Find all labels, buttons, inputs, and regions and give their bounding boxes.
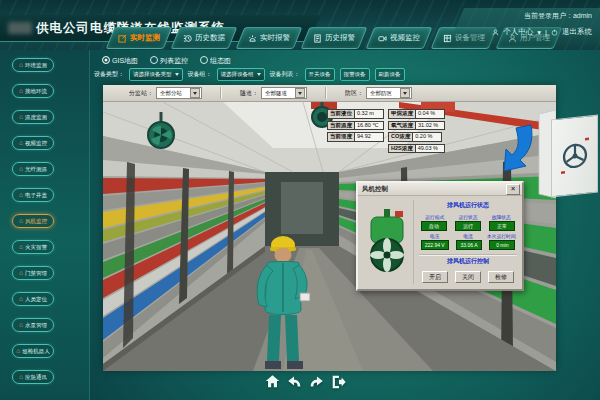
person-icon xyxy=(492,29,499,36)
tunnel-label: 隧道： xyxy=(240,89,258,98)
device-group-value: 请选择设备组 xyxy=(221,71,254,78)
radio-label: 组态图 xyxy=(210,57,231,64)
sidebar-item-fan-monitor[interactable]: ⌂风机监控 xyxy=(12,214,54,228)
sensor-label: 甲烷浓度 xyxy=(388,109,416,119)
sidebar: ⌂环境监测 ⌂接地环流 ⌂温度监测 ⌂视频监控 ⌂光纤测温 ⌂电子井盖 ⌂风机监… xyxy=(0,50,90,400)
dialog-titlebar[interactable]: 风机控制 × xyxy=(358,183,522,196)
station-value: 全部分站 xyxy=(160,90,182,97)
device-type-value: 请选择设备类型 xyxy=(133,71,172,78)
fan-alarm-badge xyxy=(395,211,403,217)
tab-realtime-monitor[interactable]: 实时监测 xyxy=(106,27,173,49)
device-type-select[interactable]: 请选择设备类型 xyxy=(129,68,183,81)
sidebar-item-personnel-location[interactable]: ⌂人员定位 xyxy=(12,292,54,306)
radio-gis-map[interactable]: GIS地图 xyxy=(102,56,138,66)
sidebar-item-manhole-cover[interactable]: ⌂电子井盖 xyxy=(12,188,54,202)
exit-button[interactable] xyxy=(330,373,347,390)
radio-scada-view[interactable]: 组态图 xyxy=(200,56,231,66)
user-center-menu[interactable]: 个人中心 xyxy=(503,27,533,37)
station-select[interactable]: 全部分站 xyxy=(156,87,202,99)
current-value: 33.06 A xyxy=(456,240,482,250)
sensor-value: 49.03 % xyxy=(416,144,445,154)
sidebar-item-label: 温度监测 xyxy=(25,114,47,121)
sidebar-item-label: 环境监测 xyxy=(25,62,47,69)
home-badge-icon: ⌂ xyxy=(19,166,23,173)
current-user-status: 当前登录用户：admin xyxy=(466,11,592,21)
tunnel-filter: 隧道： 全部隧道 xyxy=(240,87,307,99)
fan-start-button[interactable]: 开启 xyxy=(422,271,448,283)
device-filter-row: 设备类型： 请选择设备类型 设备组： 请选择设备组 设备列表： 开关设备 报警设… xyxy=(94,68,405,81)
tunnel-select[interactable]: 全部隧道 xyxy=(261,87,307,99)
button-label: 刷新设备 xyxy=(379,71,401,78)
forward-button[interactable] xyxy=(308,373,325,390)
logout-button[interactable]: 退出系统 xyxy=(562,27,592,37)
sensor-label: 当前湿度 xyxy=(327,132,355,142)
zone-label: 防区： xyxy=(345,89,363,98)
sidebar-item-emergency-comms[interactable]: ⌂应急通讯 xyxy=(12,370,54,384)
realtime-monitor-icon xyxy=(118,34,127,43)
video-monitor-icon xyxy=(378,34,387,43)
fan-maintenance-button[interactable]: 检修 xyxy=(488,271,514,283)
power-icon xyxy=(551,29,558,36)
back-button[interactable] xyxy=(286,373,303,390)
app-header: 供电公司电缆隧道在线监测系统 实时监测 历史数据 实时报警 历史报警 视频监控 … xyxy=(0,0,600,50)
sidebar-item-inspection-robot[interactable]: ⌂巡检机器人 xyxy=(12,344,54,358)
run-mode-value: 自动 xyxy=(421,221,447,231)
home-icon xyxy=(264,373,281,390)
caret-down-icon xyxy=(295,88,305,98)
sensor-row-h2s: H2S浓度49.03 % xyxy=(388,144,445,154)
sidebar-item-label: 电子井盖 xyxy=(25,192,47,199)
alarm-devices-button[interactable]: 报警设备 xyxy=(340,68,370,81)
fault-state-label: 故障状态 xyxy=(485,214,518,220)
refresh-devices-button[interactable]: 刷新设备 xyxy=(375,68,405,81)
device-group-select[interactable]: 请选择设备组 xyxy=(217,68,265,81)
caret-down-icon: ▾ xyxy=(537,28,541,37)
zone-select[interactable]: 全部防区 xyxy=(366,87,412,99)
sensor-label: 氧气浓度 xyxy=(388,121,416,131)
fan-stop-button[interactable]: 关闭 xyxy=(455,271,481,283)
sidebar-item-label: 巡检机器人 xyxy=(22,348,50,355)
switch-devices-button[interactable]: 开关设备 xyxy=(305,68,335,81)
sidebar-item-access-control[interactable]: ⌂门禁管理 xyxy=(12,266,54,280)
sidebar-item-temperature[interactable]: ⌂温度监测 xyxy=(12,110,54,124)
caret-down-icon xyxy=(400,88,410,98)
dialog-divider xyxy=(419,254,517,256)
tab-history-alarm[interactable]: 历史报警 xyxy=(301,27,368,49)
tab-label: 视频监控 xyxy=(390,33,420,43)
radio-label: 列表监控 xyxy=(160,57,188,64)
radio-list-monitor[interactable]: 列表监控 xyxy=(150,56,188,66)
tab-realtime-alarm[interactable]: 实时报警 xyxy=(236,27,303,49)
sidebar-item-fire-alarm[interactable]: ⌂火灾报警 xyxy=(12,240,54,254)
sensor-row-methane: 甲烷浓度0.04 % xyxy=(388,109,445,119)
sidebar-item-label: 接地环流 xyxy=(25,88,47,95)
dialog-close-button[interactable]: × xyxy=(506,184,520,195)
back-arrow-icon xyxy=(286,373,303,390)
user-area: 当前登录用户：admin 个人中心 ▾ | 退出系统 xyxy=(448,8,600,46)
voltage-label: 电压 xyxy=(418,233,451,239)
sidebar-item-pump[interactable]: ⌂水泵管理 xyxy=(12,318,54,332)
home-badge-icon: ⌂ xyxy=(19,140,23,147)
tab-history-data[interactable]: 历史数据 xyxy=(171,27,238,49)
zone-filter: 防区： 全部防区 xyxy=(345,87,412,99)
sidebar-item-label: 光纤测温 xyxy=(25,166,47,173)
caret-down-icon xyxy=(175,73,179,76)
dialog-title: 风机控制 xyxy=(362,185,388,194)
sensor-value: 31.02 % xyxy=(416,121,445,131)
fan-control-dialog: 风机控制 × 排风机运行状态 运行模式 运行状态 xyxy=(356,181,524,291)
sensor-label: CO浓度 xyxy=(388,132,413,142)
home-button[interactable] xyxy=(264,373,281,390)
sidebar-item-fiber-temp[interactable]: ⌂光纤测温 xyxy=(12,162,54,176)
radio-icon xyxy=(150,56,158,64)
home-badge-icon: ⌂ xyxy=(19,270,23,277)
tab-video-monitor[interactable]: 视频监控 xyxy=(366,27,433,49)
tab-label: 实时报警 xyxy=(260,33,290,43)
button-label: 开关设备 xyxy=(309,71,331,78)
sidebar-item-environment[interactable]: ⌂环境监测 xyxy=(12,58,54,72)
sidebar-item-video[interactable]: ⌂视频监控 xyxy=(12,136,54,150)
fan-control-header: 排风机运行控制 xyxy=(447,257,489,266)
forward-arrow-icon xyxy=(308,373,325,390)
realtime-alarm-icon xyxy=(248,34,257,43)
runtime-label: 本次运行时间 xyxy=(485,233,518,239)
view-mode-radios: GIS地图 列表监控 组态图 xyxy=(102,56,231,66)
sidebar-item-ground-current[interactable]: ⌂接地环流 xyxy=(12,84,54,98)
sensor-value: 0.20 % xyxy=(413,132,442,142)
